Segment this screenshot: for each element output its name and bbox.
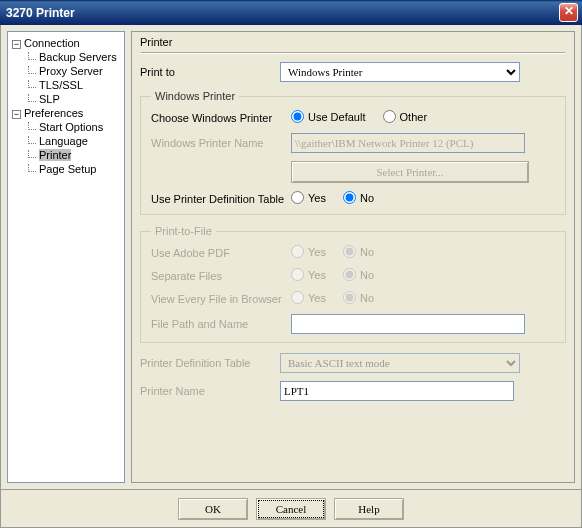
file-path-input[interactable] — [291, 314, 525, 334]
sep-no-radio: No — [343, 268, 374, 281]
pdt-select: Basic ASCII text mode — [280, 353, 520, 373]
print-to-label: Print to — [140, 66, 280, 78]
pdt-yes-radio[interactable]: Yes — [291, 191, 326, 204]
adobe-pdf-label: Use Adobe PDF — [151, 247, 291, 259]
tree-connection[interactable]: −Connection — [10, 36, 122, 50]
button-bar: OK Cancel Help — [0, 490, 582, 528]
separate-files-label: Separate Files — [151, 270, 291, 282]
title-bar: 3270 Printer ✕ — [0, 0, 582, 25]
window-title: 3270 Printer — [6, 6, 75, 20]
sep-yes-radio: Yes — [291, 268, 326, 281]
tree-tls-ssl[interactable]: TLS/SSL — [10, 78, 122, 92]
section-header: Printer — [140, 36, 566, 48]
tree-printer[interactable]: Printer — [10, 148, 122, 162]
tree-preferences[interactable]: −Preferences — [10, 106, 122, 120]
pdt-label: Use Printer Definition Table — [151, 193, 291, 205]
file-path-label: File Path and Name — [151, 318, 291, 330]
close-icon[interactable]: ✕ — [559, 3, 578, 22]
collapse-icon[interactable]: − — [12, 40, 21, 49]
divider — [140, 52, 566, 54]
tree-start-options[interactable]: Start Options — [10, 120, 122, 134]
printer-name-label: Windows Printer Name — [151, 137, 291, 149]
tree-backup-servers[interactable]: Backup Servers — [10, 50, 122, 64]
content-panel: Printer Print to Windows Printer Windows… — [131, 31, 575, 483]
printer-name2-label: Printer Name — [140, 385, 280, 397]
windows-printer-legend: Windows Printer — [151, 90, 239, 102]
cancel-button[interactable]: Cancel — [256, 498, 326, 520]
adobe-no-radio: No — [343, 245, 374, 258]
adobe-yes-radio: Yes — [291, 245, 326, 258]
tree-page-setup[interactable]: Page Setup — [10, 162, 122, 176]
view-no-radio: No — [343, 291, 374, 304]
print-to-select[interactable]: Windows Printer — [280, 62, 520, 82]
nav-tree: −Connection Backup Servers Proxy Server … — [7, 31, 125, 483]
print-to-file-legend: Print-to-File — [151, 225, 216, 237]
select-printer-button: Select Printer... — [291, 161, 529, 183]
other-radio[interactable]: Other — [383, 110, 428, 123]
pdt-no-radio[interactable]: No — [343, 191, 374, 204]
tree-proxy-server[interactable]: Proxy Server — [10, 64, 122, 78]
collapse-icon[interactable]: − — [12, 110, 21, 119]
pdt-select-label: Printer Definition Table — [140, 357, 280, 369]
choose-printer-label: Choose Windows Printer — [151, 112, 291, 124]
printer-name2-input[interactable] — [280, 381, 514, 401]
printer-name-input — [291, 133, 525, 153]
help-button[interactable]: Help — [334, 498, 404, 520]
windows-printer-group: Windows Printer Choose Windows Printer U… — [140, 90, 566, 215]
ok-button[interactable]: OK — [178, 498, 248, 520]
tree-language[interactable]: Language — [10, 134, 122, 148]
view-browser-label: View Every File in Browser — [151, 293, 291, 305]
window-body: −Connection Backup Servers Proxy Server … — [0, 25, 582, 490]
print-to-file-group: Print-to-File Use Adobe PDF Yes No Separ… — [140, 225, 566, 343]
use-default-radio[interactable]: Use Default — [291, 110, 365, 123]
view-yes-radio: Yes — [291, 291, 326, 304]
tree-slp[interactable]: SLP — [10, 92, 122, 106]
